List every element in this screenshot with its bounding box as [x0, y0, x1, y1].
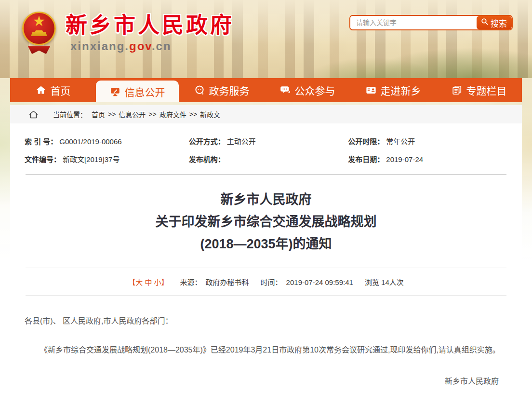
content-panel: 索 引 号：G0001/2019-00066 公开方式：主动公开 公开时限：常年…	[10, 123, 522, 393]
meta-method-label: 公开方式：	[189, 137, 225, 146]
emblem-disc: ★	[22, 12, 56, 45]
breadcrumb: 当前位置： 首页 >> 信息公开 >> 政府文件 >> 新政文	[10, 105, 522, 123]
breadcrumb-item-gov-docs[interactable]: 政府文件	[160, 109, 186, 119]
nav-item-info-disclosure[interactable]: 信息公开	[96, 81, 179, 102]
page: ★ 新乡市人民政府 xinxiang.gov.cn 搜索 首页	[0, 0, 532, 393]
article-salutation: 各县(市)、 区人民政府,市人民政府各部门：	[25, 315, 507, 327]
national-emblem-logo: ★	[22, 12, 56, 54]
home-outline-icon[interactable]	[28, 109, 39, 120]
time-value: 2019-07-24 09:59:41	[286, 278, 353, 286]
nav-item-gov-services[interactable]: 政务服务	[179, 78, 265, 102]
article-info-bar: 【大 中 小】 来源：政府办秘书科 时间：2019-07-24 09:59:41…	[26, 268, 506, 296]
id-card-icon	[366, 85, 376, 95]
search-icon	[480, 17, 489, 28]
meta-number: 文件编号：新政文[2019]37号	[25, 154, 189, 164]
nav-item-about-xinxiang[interactable]: 走进新乡	[350, 78, 436, 102]
search-input[interactable]	[350, 16, 477, 29]
article-title-line1: 新乡市人民政府	[29, 189, 503, 211]
source-value: 政府办秘书科	[206, 278, 249, 286]
meta-date-label: 发布日期：	[348, 155, 384, 163]
meta-divider	[26, 175, 506, 175]
article-views: 浏览 14人次	[365, 277, 404, 287]
masthead: 新乡市人民政府 xinxiang.gov.cn	[66, 13, 234, 53]
site-url-prefix: xinxiang.	[70, 40, 129, 53]
site-header: ★ 新乡市人民政府 xinxiang.gov.cn 搜索	[0, 0, 532, 78]
time-label: 时间：	[261, 278, 282, 286]
emblem-ribbon	[28, 46, 50, 54]
meta-limit-value: 常年公开	[386, 137, 415, 146]
search-button[interactable]: 搜索	[477, 16, 512, 29]
source-label: 来源：	[180, 278, 202, 286]
headset-icon	[194, 85, 205, 95]
nav-item-special-columns[interactable]: 专题栏目	[436, 78, 522, 102]
font-size-control[interactable]: 【大 中 小】	[128, 277, 168, 287]
meta-index: 索 引 号：G0001/2019-00066	[25, 136, 189, 146]
meta-limit: 公开时限：常年公开	[348, 136, 507, 146]
meta-method-value: 主动公开	[227, 137, 256, 146]
search-button-label: 搜索	[491, 17, 507, 29]
meta-index-value: G0001/2019-00066	[59, 137, 121, 146]
nav-item-label: 公众参与	[295, 83, 335, 97]
nav-item-label: 信息公开	[125, 84, 165, 99]
breadcrumb-prefix: 当前位置：	[53, 109, 87, 119]
documents-icon	[452, 85, 462, 95]
meta-date-value: 2019-07-24	[386, 155, 423, 163]
meta-method: 公开方式：主动公开	[189, 136, 348, 146]
nav-item-public-participation[interactable]: 公众参与	[265, 78, 350, 102]
article-title: 新乡市人民政府 关于印发新乡市综合交通发展战略规划 (2018—2035年)的通…	[29, 189, 503, 255]
site-url-suffix: .cn	[152, 40, 172, 53]
article-body: 各县(市)、 区人民政府,市人民政府各部门： 《新乡市综合交通发展战略规划(20…	[10, 296, 522, 393]
main-nav: 首页 信息公开 政务服务	[10, 78, 522, 102]
breadcrumb-item-info[interactable]: 信息公开	[119, 109, 146, 119]
article-title-line3: (2018—2035年)的通知	[29, 233, 503, 255]
star-icon: ★	[24, 15, 54, 27]
breadcrumb-item-home[interactable]: 首页	[92, 109, 105, 119]
chat-bubbles-icon	[280, 85, 291, 95]
article-paragraph: 《新乡市综合交通发展战略规划(2018—2035年)》已经2019年3月21日市…	[25, 344, 507, 356]
nav-item-label: 专题栏目	[466, 83, 507, 97]
article-title-line2: 关于印发新乡市综合交通发展战略规划	[29, 211, 503, 233]
article-signature: 新乡市人民政府	[33, 375, 499, 388]
breadcrumb-separator: >>	[108, 110, 116, 118]
article-time: 时间：2019-07-24 09:59:41	[261, 277, 353, 287]
breadcrumb-separator: >>	[189, 110, 197, 118]
home-icon	[36, 85, 46, 95]
breadcrumb-item-current[interactable]: 新政文	[200, 109, 220, 119]
meta-agency-label: 发布机构：	[189, 155, 225, 163]
tiananmen-gate-icon	[31, 30, 47, 36]
site-url: xinxiang.gov.cn	[66, 40, 234, 53]
nav-item-label: 政务服务	[209, 83, 250, 97]
meta-number-value: 新政文[2019]37号	[63, 155, 120, 163]
article-source: 来源：政府办秘书科	[180, 277, 249, 287]
document-meta-table: 索 引 号：G0001/2019-00066 公开方式：主动公开 公开时限：常年…	[10, 123, 522, 175]
site-title: 新乡市人民政府	[66, 13, 234, 39]
meta-date: 发布日期：2019-07-24	[348, 154, 507, 164]
meta-index-label: 索 引 号：	[25, 137, 57, 146]
nav-item-home[interactable]: 首页	[10, 78, 96, 102]
meta-limit-label: 公开时限：	[348, 137, 384, 146]
monitor-pen-icon	[110, 86, 120, 97]
meta-number-label: 文件编号：	[25, 155, 61, 163]
breadcrumb-separator: >>	[148, 110, 156, 118]
nav-item-label: 首页	[51, 83, 71, 97]
nav-item-label: 走进新乡	[381, 83, 421, 97]
site-url-highlight: gov	[129, 40, 152, 53]
search-box: 搜索	[349, 15, 513, 30]
meta-agency: 发布机构：	[189, 154, 348, 164]
